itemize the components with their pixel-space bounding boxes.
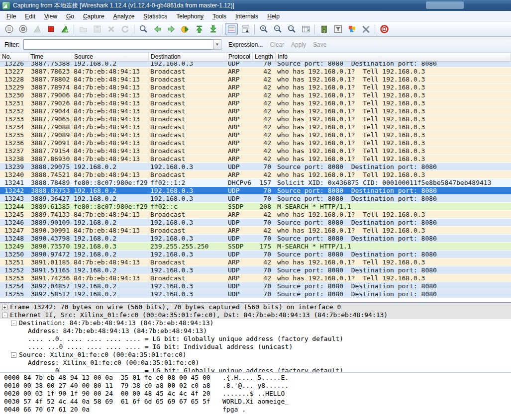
hex-line-0040[interactable]: 004066 70 67 61 20 0afpga . <box>0 406 511 414</box>
column-header-protocol[interactable]: Protocol <box>226 53 253 61</box>
auto-scroll-button[interactable] <box>239 23 252 35</box>
packet-row-13244[interactable]: 132443889.61385fe80::8c07:980e:f29ff02::… <box>0 203 511 211</box>
clear-button[interactable]: Clear <box>270 41 284 48</box>
cell-src: 84:7b:eb:48:94:13 <box>72 211 149 218</box>
coloring-rules-button[interactable] <box>345 23 358 35</box>
packet-row-13249[interactable]: 132493890.73570192.168.0.3239.255.255.25… <box>0 243 511 251</box>
menu-statistics[interactable]: Statistics <box>139 11 172 21</box>
expand-icon[interactable]: + <box>2 305 7 310</box>
detail-line-3[interactable]: Address: 84:7b:eb:48:94:13 (84:7b:eb:48:… <box>0 327 511 335</box>
column-header-no[interactable]: No. <box>0 53 28 61</box>
detail-line-0[interactable]: +Frame 13242: 70 bytes on wire (560 bits… <box>0 303 511 311</box>
detail-line-6[interactable]: -Source: Xilinx_01:fe:c0 (00:0a:35:01:fe… <box>0 351 511 359</box>
detail-line-7[interactable]: Address: Xilinx_01:fe:c0 (00:0a:35:01:fe… <box>0 359 511 367</box>
column-header-destination[interactable]: Destination <box>149 53 226 61</box>
hex-ascii: .{.H.... 5.....E. <box>222 374 289 382</box>
column-header-info[interactable]: Info <box>276 53 511 61</box>
hex-line-0030[interactable]: 003057 4f 52 4c 44 0a 58 69 61 6f 6d 65 … <box>0 398 511 406</box>
apply-button[interactable]: Apply <box>291 41 306 48</box>
collapse-icon[interactable]: - <box>11 352 16 358</box>
packet-row-13234[interactable]: 132343887.7908884:7b:eb:48:94:13Broadcas… <box>0 123 511 131</box>
zoom-in-button[interactable] <box>257 23 270 35</box>
menu-tools[interactable]: Tools <box>208 11 231 21</box>
menu-go[interactable]: Go <box>62 11 79 21</box>
menu-telephony[interactable]: Telephony <box>172 11 208 21</box>
menu-help[interactable]: Help <box>263 11 284 21</box>
packet-row-13252[interactable]: 132523891.51165192.168.0.2192.168.0.3UDP… <box>0 266 511 274</box>
packet-row-13228[interactable]: 132283887.7880284:7b:eb:48:94:13Broadcas… <box>0 76 511 84</box>
capture-options-button[interactable] <box>16 23 29 35</box>
packet-row-13238[interactable]: 132383887.8693084:7b:eb:48:94:13Broadcas… <box>0 155 511 163</box>
go-to-top-button[interactable] <box>193 23 205 35</box>
menu-edit[interactable]: Edit <box>20 11 40 21</box>
list-interfaces-button[interactable] <box>2 23 15 35</box>
column-header-time[interactable]: Time <box>28 53 72 61</box>
menu-analyze[interactable]: Analyze <box>109 11 139 21</box>
packet-row-13242[interactable]: 132423888.82753192.168.0.2192.168.0.3UDP… <box>0 187 511 195</box>
collapse-icon[interactable]: - <box>2 313 7 318</box>
packet-row-13240[interactable]: 132403888.7452184:7b:eb:48:94:13Broadcas… <box>0 171 511 179</box>
packet-row-13251[interactable]: 132513891.0118584:7b:eb:48:94:13Broadcas… <box>0 258 511 266</box>
packet-row-13226[interactable]: 132263887.75388192.168.0.2192.168.0.3UDP… <box>0 62 511 68</box>
restart-capture-button[interactable] <box>58 23 71 35</box>
packet-row-13241[interactable]: 132413888.78489fe80::8c07:980e:f29ff02::… <box>0 179 511 187</box>
detail-line-4[interactable]: .... ..0. .... .... .... .... = LG bit: … <box>0 335 511 343</box>
menu-view[interactable]: View <box>40 11 62 21</box>
display-filters-button[interactable] <box>331 23 344 35</box>
packet-row-13232[interactable]: 132323887.7904484:7b:eb:48:94:13Broadcas… <box>0 107 511 115</box>
collapse-icon[interactable]: - <box>11 321 16 326</box>
packet-row-13227[interactable]: 132273887.7862384:7b:eb:48:94:13Broadcas… <box>0 68 511 76</box>
go-forward-button[interactable] <box>165 23 178 35</box>
packet-row-13230[interactable]: 132303887.7900684:7b:eb:48:94:13Broadcas… <box>0 91 511 99</box>
menu-capture[interactable]: Capture <box>79 11 109 21</box>
expression-button[interactable]: Expression... <box>228 41 263 48</box>
cell-info: Source port: 8080 Destination port: 8080 <box>276 187 511 194</box>
packet-row-13235[interactable]: 132353887.7908984:7b:eb:48:94:13Broadcas… <box>0 131 511 139</box>
toolbar-separator <box>222 24 222 34</box>
capture-filters-button[interactable] <box>317 23 330 35</box>
packet-row-13255[interactable]: 132553892.58512192.168.0.2192.168.0.3UDP… <box>0 290 511 298</box>
hex-line-0010[interactable]: 001000 38 00 27 40 00 80 11 79 38 c0 a8 … <box>0 382 511 390</box>
packet-row-13233[interactable]: 132333887.7906584:7b:eb:48:94:13Broadcas… <box>0 115 511 123</box>
packet-row-13253[interactable]: 132533891.7423684:7b:eb:48:94:13Broadcas… <box>0 274 511 282</box>
detail-line-1[interactable]: -Ethernet II, Src: Xilinx_01:fe:c0 (00:0… <box>0 311 511 319</box>
packet-row-13248[interactable]: 132483890.43798192.168.0.2192.168.0.3UDP… <box>0 235 511 243</box>
packet-row-13237[interactable]: 132373887.7915484:7b:eb:48:94:13Broadcas… <box>0 147 511 155</box>
cell-time: 3889.90109 <box>28 219 72 226</box>
window-controls[interactable] <box>426 1 464 9</box>
column-header-length[interactable]: Length <box>253 53 276 61</box>
preferences-button[interactable] <box>359 23 372 35</box>
packet-row-13247[interactable]: 132473890.3099184:7b:eb:48:94:13Broadcas… <box>0 227 511 235</box>
packet-row-13254[interactable]: 132543892.04857192.168.0.2192.168.0.3UDP… <box>0 282 511 290</box>
go-to-bottom-button[interactable] <box>206 23 219 35</box>
save-filter-button[interactable]: Save <box>313 41 326 48</box>
detail-line-2[interactable]: -Destination: 84:7b:eb:48:94:13 (84:7b:e… <box>0 319 511 327</box>
zoom-100-button[interactable]: 1:1 <box>285 23 298 35</box>
packet-row-13243[interactable]: 132433889.36427192.168.0.2192.168.0.3UDP… <box>0 195 511 203</box>
menu-internals[interactable]: Internals <box>231 11 263 21</box>
resize-columns-button[interactable] <box>299 23 312 35</box>
packet-row-13246[interactable]: 132463889.90109192.168.0.2192.168.0.3UDP… <box>0 219 511 227</box>
stop-capture-button[interactable] <box>44 23 57 35</box>
filter-dropdown-arrow-icon[interactable]: ▼ <box>213 39 221 50</box>
go-to-packet-button[interactable] <box>179 23 192 35</box>
menu-file[interactable]: File <box>2 11 20 21</box>
cell-no: 13239 <box>0 163 28 170</box>
detail-line-5[interactable]: .... ...0 .... .... .... .... = IG bit: … <box>0 343 511 351</box>
colorize-list-button[interactable] <box>225 23 238 35</box>
packet-row-13245[interactable]: 132453889.7413384:7b:eb:48:94:13Broadcas… <box>0 211 511 219</box>
column-header-source[interactable]: Source <box>72 53 149 61</box>
packet-row-13239[interactable]: 132393888.29075192.168.0.2192.168.0.3UDP… <box>0 163 511 171</box>
find-packet-button[interactable] <box>137 23 150 35</box>
zoom-out-button[interactable] <box>271 23 284 35</box>
hex-line-0000[interactable]: 000084 7b eb 48 94 13 00 0a 35 01 fe c0 … <box>0 374 511 382</box>
go-back-button[interactable] <box>151 23 164 35</box>
help-button[interactable] <box>378 23 391 35</box>
hex-line-0020[interactable]: 002000 03 1f 90 1f 90 00 24 00 00 48 45 … <box>0 390 511 398</box>
detail-line-8[interactable]: .... ..0. .... .... .... .... = LG bit: … <box>0 367 511 372</box>
filter-input[interactable] <box>23 39 213 50</box>
packet-row-13250[interactable]: 132503890.97472192.168.0.2192.168.0.3UDP… <box>0 251 511 258</box>
packet-row-13236[interactable]: 132363887.7909184:7b:eb:48:94:13Broadcas… <box>0 139 511 147</box>
packet-row-13231[interactable]: 132313887.7902684:7b:eb:48:94:13Broadcas… <box>0 99 511 107</box>
packet-row-13229[interactable]: 132293887.7897484:7b:eb:48:94:13Broadcas… <box>0 84 511 91</box>
